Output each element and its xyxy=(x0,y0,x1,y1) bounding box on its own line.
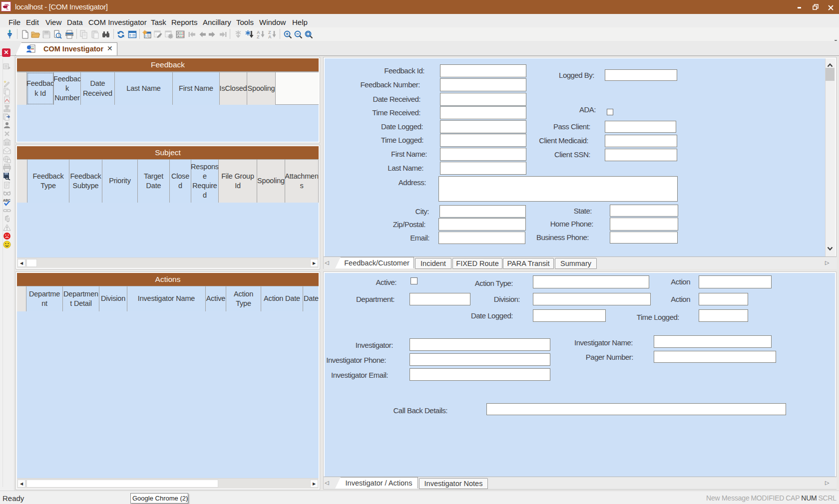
svg-text:A: A xyxy=(268,34,272,39)
svg-text:Z: Z xyxy=(257,34,260,39)
